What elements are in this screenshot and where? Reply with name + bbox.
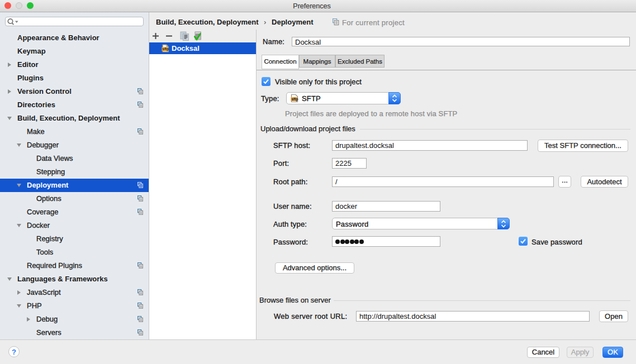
svg-text:sftp: sftp [162,47,169,51]
svg-text:sftp: sftp [292,97,298,102]
